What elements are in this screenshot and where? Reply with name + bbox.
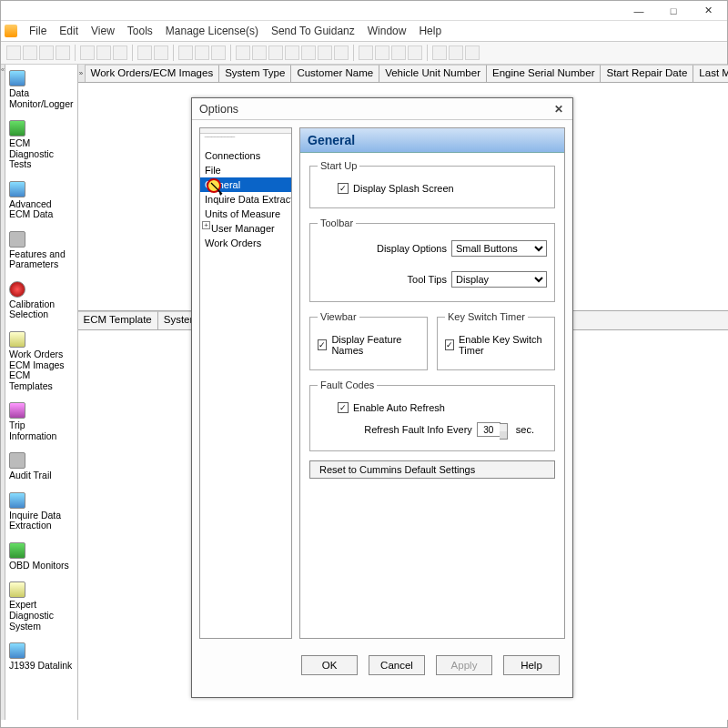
- audit-icon: [9, 452, 25, 469]
- autorefresh-label: Enable Auto Refresh: [353, 402, 445, 413]
- viewbar-item[interactable]: Work Orders ECM Images ECM Templates: [5, 328, 77, 399]
- calibration-icon: [9, 281, 25, 298]
- keyswitch-checkbox[interactable]: ✓: [445, 339, 454, 350]
- tool-btn[interactable]: [268, 46, 283, 60]
- col-header[interactable]: Work Orders/ECM Images: [86, 65, 220, 82]
- viewbar-item[interactable]: Audit Trail: [5, 449, 77, 489]
- tool-btn[interactable]: [391, 46, 406, 60]
- dialog-button-row: OK Cancel Apply Help: [192, 646, 572, 688]
- tool-btn[interactable]: [301, 46, 316, 60]
- viewbar-item[interactable]: Trip Information: [5, 399, 77, 449]
- dialog-titlebar: Options ✕: [192, 98, 572, 120]
- refresh-spinner[interactable]: 30: [477, 422, 500, 437]
- col-header[interactable]: System Type: [219, 65, 291, 82]
- toolbar-legend: Toolbar: [318, 217, 356, 228]
- minimize-button[interactable]: —: [629, 4, 649, 18]
- tool-btn[interactable]: [236, 46, 250, 60]
- workorders-icon: [9, 331, 25, 348]
- tool-btn[interactable]: [195, 46, 209, 60]
- display-options-combo[interactable]: Small Buttons: [451, 240, 547, 257]
- tool-btn[interactable]: [96, 46, 111, 60]
- tree-item-workorders[interactable]: Work Orders: [200, 236, 291, 250]
- keyswitch-legend: Key Switch Timer: [445, 311, 528, 322]
- col-header[interactable]: Last Modified Date: [693, 65, 728, 82]
- options-dialog: Options ✕ ‾‾‾‾‾‾‾‾‾ Connections File Gen…: [191, 97, 573, 698]
- trip-icon: [9, 402, 25, 419]
- tool-btn[interactable]: [465, 46, 480, 60]
- refresh-label: Refresh Fault Info Every: [364, 424, 472, 435]
- tool-btn[interactable]: [432, 46, 447, 60]
- menu-guidanz[interactable]: Send To Guidanz: [265, 23, 361, 39]
- tool-btn[interactable]: [23, 46, 37, 60]
- keyswitch-label: Enable Key Switch Timer: [459, 334, 547, 356]
- tool-btn[interactable]: [334, 46, 349, 60]
- viewbar-item[interactable]: J1939 Datalink: [5, 639, 77, 679]
- titlebar: — □ ✕: [1, 1, 727, 21]
- menu-edit[interactable]: Edit: [53, 23, 85, 39]
- menu-view[interactable]: View: [85, 23, 121, 39]
- tree-item-connections[interactable]: Connections: [200, 148, 291, 163]
- close-button[interactable]: ✕: [698, 4, 718, 18]
- dialog-close-button[interactable]: ✕: [552, 103, 565, 116]
- tooltips-combo[interactable]: Display: [451, 271, 547, 288]
- col-header[interactable]: Engine Serial Number: [487, 65, 602, 82]
- col-header[interactable]: Start Repair Date: [601, 65, 693, 82]
- viewbar-item[interactable]: OBD Monitors: [5, 539, 77, 579]
- tab[interactable]: ECM Template: [78, 311, 158, 329]
- cancel-button[interactable]: Cancel: [369, 655, 425, 675]
- menu-file[interactable]: File: [23, 23, 53, 39]
- tree-expand-icon[interactable]: +: [202, 221, 210, 229]
- tooltips-label: Tool Tips: [408, 274, 447, 285]
- tool-btn[interactable]: [154, 46, 168, 60]
- tool-btn[interactable]: [408, 46, 422, 60]
- tool-btn[interactable]: [318, 46, 332, 60]
- viewbar-item[interactable]: Inquire Data Extraction: [5, 489, 77, 539]
- viewbar-item[interactable]: Features and Parameters: [5, 228, 77, 278]
- help-button[interactable]: Help: [503, 655, 560, 675]
- expand-splitter[interactable]: »: [78, 65, 86, 82]
- viewbar-item[interactable]: Data Monitor/Logger: [5, 66, 77, 116]
- tool-btn[interactable]: [252, 46, 267, 60]
- menu-help[interactable]: Help: [412, 23, 448, 39]
- cursor-highlight-icon: [206, 177, 226, 197]
- ecm-icon: [9, 181, 25, 197]
- viewbar-item[interactable]: Calibration Selection: [5, 278, 77, 328]
- viewbar-item[interactable]: Advanced ECM Data: [5, 177, 77, 228]
- apply-button[interactable]: Apply: [436, 655, 492, 675]
- col-header[interactable]: Customer Name: [291, 65, 379, 82]
- tool-btn[interactable]: [56, 46, 70, 60]
- ok-button[interactable]: OK: [301, 655, 358, 675]
- params-icon: [9, 231, 25, 248]
- menu-tools[interactable]: Tools: [121, 23, 159, 39]
- reset-defaults-button[interactable]: Reset to Cummins Default Settings: [309, 460, 555, 479]
- splash-checkbox[interactable]: ✓: [338, 183, 349, 194]
- tool-btn[interactable]: [359, 46, 373, 60]
- tool-btn[interactable]: [285, 46, 299, 60]
- tree-item-hidden[interactable]: ‾‾‾‾‾‾‾‾‾: [200, 134, 291, 148]
- tool-btn[interactable]: [178, 46, 193, 60]
- feature-names-checkbox[interactable]: ✓: [318, 339, 327, 350]
- app-window: — □ ✕ File Edit View Tools Manage Licens…: [0, 0, 728, 728]
- toolbar-group: Toolbar Display Options Small Buttons To…: [309, 217, 555, 302]
- maximize-button[interactable]: □: [663, 4, 683, 18]
- menu-licenses[interactable]: Manage License(s): [159, 23, 265, 39]
- tool-btn[interactable]: [39, 46, 54, 60]
- viewbar-item[interactable]: ECM Diagnostic Tests: [5, 116, 77, 177]
- display-options-label: Display Options: [377, 243, 447, 254]
- tool-btn[interactable]: [80, 46, 95, 60]
- autorefresh-checkbox[interactable]: ✓: [338, 402, 349, 413]
- tree-item-file[interactable]: File: [200, 163, 291, 177]
- tool-btn[interactable]: [449, 46, 463, 60]
- viewbar-item[interactable]: Expert Diagnostic System: [5, 578, 77, 639]
- col-header[interactable]: Vehicle Unit Number: [379, 65, 487, 82]
- startup-group: Start Up ✓ Display Splash Screen: [309, 160, 555, 208]
- tool-btn[interactable]: [211, 46, 226, 60]
- tool-btn[interactable]: [6, 46, 21, 60]
- menu-window[interactable]: Window: [361, 23, 413, 39]
- tool-btn[interactable]: [375, 46, 389, 60]
- tree-item-units[interactable]: Units of Measure: [200, 207, 291, 221]
- tree-item-usermanager[interactable]: User Manager: [200, 221, 291, 236]
- tool-btn[interactable]: [113, 46, 127, 60]
- startup-legend: Start Up: [318, 160, 359, 171]
- tool-btn[interactable]: [137, 46, 152, 60]
